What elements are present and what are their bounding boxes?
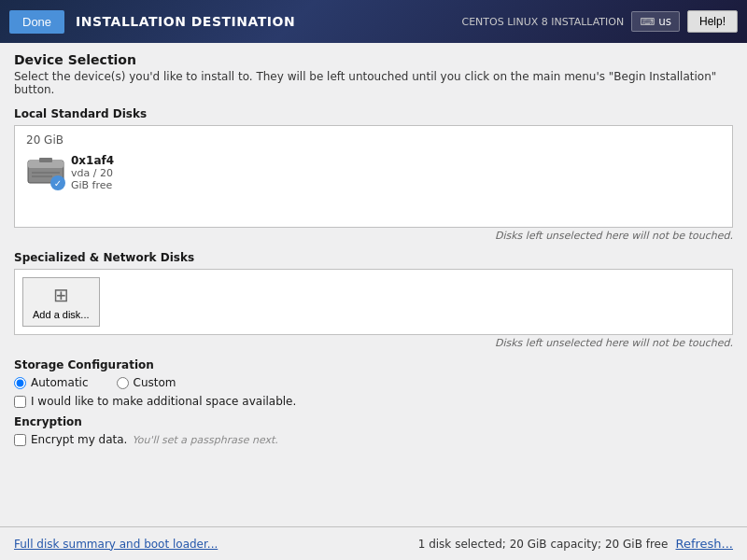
storage-config-title: Storage Configuration xyxy=(14,358,733,371)
additional-space-checkbox[interactable] xyxy=(14,396,26,408)
automatic-radio-label[interactable]: Automatic xyxy=(14,376,89,389)
encrypt-checkbox[interactable] xyxy=(14,434,26,446)
automatic-radio[interactable] xyxy=(14,377,26,389)
automatic-label: Automatic xyxy=(31,376,89,389)
custom-radio[interactable] xyxy=(117,377,129,389)
add-disk-icon: ⊞ xyxy=(53,284,69,306)
device-selection-title: Device Selection xyxy=(14,52,733,67)
local-disks-title: Local Standard Disks xyxy=(14,107,733,120)
footer-status-text: 1 disk selected; 20 GiB capacity; 20 GiB… xyxy=(418,538,669,551)
disk-size-label: 20 GiB xyxy=(26,133,725,147)
encryption-title: Encryption xyxy=(14,415,733,428)
footer-status-area: 1 disk selected; 20 GiB capacity; 20 GiB… xyxy=(418,537,733,551)
encrypt-hint: You'll set a passphrase next. xyxy=(132,434,277,446)
device-selection-desc: Select the device(s) you'd like to insta… xyxy=(14,70,733,96)
custom-radio-label[interactable]: Custom xyxy=(117,376,176,389)
header-right: CENTOS LINUX 8 INSTALLATION ⌨ us Help! xyxy=(461,10,738,33)
add-disk-label: Add a disk... xyxy=(33,309,90,320)
encrypt-checkbox-label[interactable]: Encrypt my data. You'll set a passphrase… xyxy=(14,433,733,446)
disk-selected-check: ✓ xyxy=(50,175,65,190)
footer: Full disk summary and boot loader... 1 d… xyxy=(0,526,747,560)
add-disk-button[interactable]: ⊞ Add a disk... xyxy=(22,277,100,327)
custom-label: Custom xyxy=(134,376,176,389)
keyboard-widget[interactable]: ⌨ us xyxy=(631,11,680,32)
disk-item[interactable]: ✓ 0x1af4 vda / 20 GiB free xyxy=(22,150,106,195)
storage-config-section: Storage Configuration Automatic Custom I… xyxy=(14,358,733,408)
keyboard-icon: ⌨ xyxy=(640,16,655,28)
additional-space-checkbox-label[interactable]: I would like to make additional space av… xyxy=(14,395,733,408)
storage-radio-row: Automatic Custom xyxy=(14,376,733,389)
main-content: Device Selection Select the device(s) yo… xyxy=(0,43,747,560)
local-disk-hint: Disks left unselected here will not be t… xyxy=(14,230,733,242)
keyboard-lang: us xyxy=(658,15,671,28)
refresh-link[interactable]: Refresh... xyxy=(676,537,734,551)
help-button[interactable]: Help! xyxy=(687,10,738,33)
done-button[interactable]: Done xyxy=(9,10,64,34)
specialized-disk-grid: ⊞ Add a disk... xyxy=(14,269,733,335)
svg-rect-4 xyxy=(39,158,52,162)
encryption-section: Encryption Encrypt my data. You'll set a… xyxy=(14,415,733,446)
page-title: INSTALLATION DESTINATION xyxy=(76,14,295,29)
centos-title: CENTOS LINUX 8 INSTALLATION xyxy=(461,16,624,28)
local-disk-grid: 20 GiB ✓ xyxy=(14,125,733,228)
full-disk-summary-link[interactable]: Full disk summary and boot loader... xyxy=(14,538,218,551)
specialized-disk-hint: Disks left unselected here will not be t… xyxy=(14,337,733,349)
disk-id: 0x1af4 xyxy=(71,154,114,167)
encrypt-label: Encrypt my data. xyxy=(31,433,127,446)
header: Done INSTALLATION DESTINATION CENTOS LIN… xyxy=(0,0,747,43)
disk-icon-container: ✓ xyxy=(26,155,65,190)
specialized-disks-title: Specialized & Network Disks xyxy=(14,251,733,264)
header-left: Done INSTALLATION DESTINATION xyxy=(9,10,295,34)
additional-space-label: I would like to make additional space av… xyxy=(31,395,296,408)
disk-sublabel: vda / 20 GiB free xyxy=(71,167,114,191)
